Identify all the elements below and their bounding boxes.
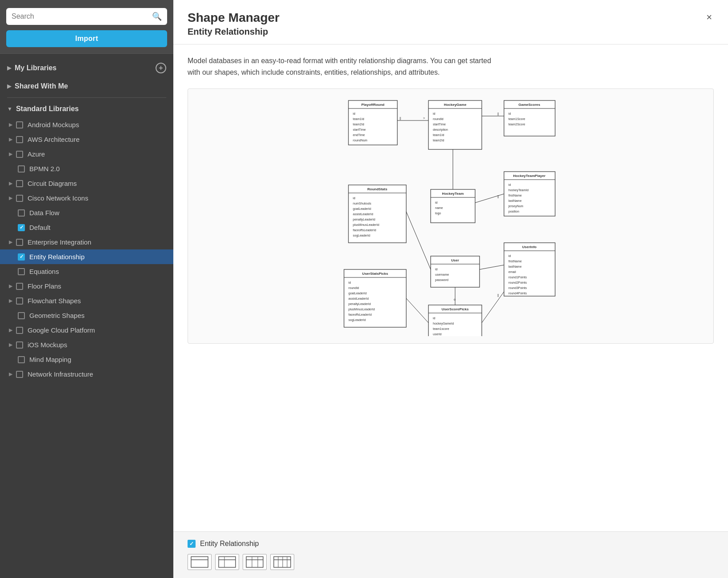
sidebar-item-data-flow[interactable]: Data Flow bbox=[0, 205, 173, 220]
footer-checkbox-label: Entity Relationship bbox=[200, 540, 259, 548]
ios-mockups-label: iOS Mockups bbox=[28, 341, 67, 349]
my-libraries-section[interactable]: ▶ My Libraries + bbox=[0, 58, 173, 78]
panel-title-area: Shape Manager Entity Relationship bbox=[188, 11, 280, 37]
search-box[interactable]: 🔍 bbox=[6, 8, 167, 25]
default-checkbox[interactable] bbox=[18, 224, 25, 231]
sidebar-item-circuit-diagrams[interactable]: ▶Circuit Diagrams bbox=[0, 176, 173, 191]
svg-text:UserInfo: UserInfo bbox=[522, 245, 537, 249]
equations-checkbox[interactable] bbox=[18, 268, 25, 275]
svg-text:hockeyTeamId: hockeyTeamId bbox=[508, 189, 528, 192]
svg-text:id: id bbox=[353, 197, 356, 200]
sidebar-item-enterprise-integration[interactable]: ▶Enterprise Integration bbox=[0, 235, 173, 249]
sidebar-item-google-cloud-platform[interactable]: ▶Google Cloud Platform bbox=[0, 323, 173, 337]
shape-icon-3 bbox=[243, 554, 267, 570]
my-libraries-arrow: ▶ bbox=[7, 65, 11, 71]
svg-text:team2Id: team2Id bbox=[433, 139, 444, 142]
svg-text:id: id bbox=[435, 201, 438, 204]
svg-text:UserScorePicks: UserScorePicks bbox=[442, 307, 469, 311]
svg-text:HockeyGame: HockeyGame bbox=[444, 103, 467, 107]
sidebar-item-network-infrastructure[interactable]: ▶Network Infrastructure bbox=[0, 367, 173, 381]
aws-architecture-checkbox[interactable] bbox=[16, 136, 23, 143]
sidebar-item-cisco-network-icons[interactable]: ▶Cisco Network Icons bbox=[0, 191, 173, 205]
svg-text:plusMinusLeaderId: plusMinusLeaderId bbox=[353, 223, 379, 227]
import-button[interactable]: Import bbox=[6, 30, 167, 47]
svg-text:logo: logo bbox=[435, 212, 441, 215]
footer-checkbox-row: Entity Relationship bbox=[188, 540, 714, 548]
android-mockups-checkbox[interactable] bbox=[16, 121, 23, 128]
footer-checkbox[interactable] bbox=[188, 540, 196, 548]
sidebar-item-azure[interactable]: ▶Azure bbox=[0, 147, 173, 161]
svg-line-75 bbox=[480, 265, 504, 269]
svg-text:position: position bbox=[508, 210, 519, 213]
ios-mockups-checkbox[interactable] bbox=[16, 341, 23, 349]
cisco-network-icons-checkbox[interactable] bbox=[16, 195, 23, 202]
sidebar-item-flowchart-shapes[interactable]: ▶Flowchart Shapes bbox=[0, 293, 173, 308]
svg-text:jerseyNum: jerseyNum bbox=[508, 205, 524, 208]
network-infrastructure-checkbox[interactable] bbox=[16, 371, 23, 378]
shared-with-me-section[interactable]: ▶ Shared With Me bbox=[0, 78, 173, 95]
flowchart-shapes-checkbox[interactable] bbox=[16, 297, 23, 305]
sidebar-item-floor-plans[interactable]: ▶Floor Plans bbox=[0, 279, 173, 293]
sidebar-item-default[interactable]: Default bbox=[0, 220, 173, 235]
mind-mapping-checkbox[interactable] bbox=[18, 356, 25, 363]
search-input[interactable] bbox=[12, 12, 152, 20]
sidebar-item-aws-architecture[interactable]: ▶AWS Architecture bbox=[0, 132, 173, 147]
svg-text:id: id bbox=[435, 268, 438, 271]
shape-svg-2 bbox=[218, 556, 236, 568]
svg-line-98 bbox=[482, 292, 504, 323]
svg-text:numShutouts: numShutouts bbox=[353, 202, 372, 205]
network-infrastructure-arrow: ▶ bbox=[9, 371, 12, 377]
sidebar-item-entity-relationship[interactable]: Entity Relationship bbox=[0, 249, 173, 264]
data-flow-label: Data Flow bbox=[29, 209, 60, 217]
svg-text:lastName: lastName bbox=[508, 199, 522, 202]
azure-checkbox[interactable] bbox=[16, 151, 23, 158]
android-mockups-label: Android Mockups bbox=[28, 121, 79, 128]
sidebar-item-bpmn-20[interactable]: BPMN 2.0 bbox=[0, 161, 173, 176]
geometric-shapes-checkbox[interactable] bbox=[18, 312, 25, 319]
svg-text:id: id bbox=[348, 281, 351, 284]
sidebar-item-mind-mapping[interactable]: Mind Mapping bbox=[0, 352, 173, 367]
svg-text:team1Id: team1Id bbox=[433, 133, 444, 136]
sidebar-item-ios-mockups[interactable]: ▶iOS Mockups bbox=[0, 337, 173, 352]
svg-text:sogLeaderId: sogLeaderId bbox=[353, 234, 370, 237]
entity-relationship-checkbox[interactable] bbox=[18, 253, 25, 261]
bpmn-20-checkbox[interactable] bbox=[18, 165, 25, 173]
svg-text:User: User bbox=[451, 258, 459, 262]
sidebar-item-equations[interactable]: Equations bbox=[0, 264, 173, 279]
svg-text:email: email bbox=[508, 270, 516, 273]
add-library-button[interactable]: + bbox=[156, 63, 166, 73]
floor-plans-checkbox[interactable] bbox=[16, 283, 23, 290]
svg-text:description: description bbox=[433, 128, 448, 132]
svg-text:userId: userId bbox=[433, 333, 442, 336]
circuit-diagrams-checkbox[interactable] bbox=[16, 180, 23, 187]
standard-libraries-section[interactable]: ▼ Standard Libraries bbox=[0, 100, 173, 117]
data-flow-checkbox[interactable] bbox=[18, 209, 25, 217]
diagram-preview: PlayoffRound id team1Id team2Id startTim… bbox=[188, 88, 714, 344]
panel-footer: Entity Relationship bbox=[173, 531, 728, 578]
svg-rect-100 bbox=[191, 557, 208, 567]
svg-text:||: || bbox=[497, 195, 499, 198]
svg-line-97 bbox=[406, 298, 428, 323]
sidebar-item-geometric-shapes[interactable]: Geometric Shapes bbox=[0, 308, 173, 323]
close-button[interactable]: × bbox=[704, 11, 714, 24]
svg-text:assistLeaderId: assistLeaderId bbox=[353, 213, 373, 216]
google-cloud-platform-label: Google Cloud Platform bbox=[28, 326, 95, 334]
sidebar-top: 🔍 Import bbox=[0, 0, 173, 54]
cisco-network-icons-label: Cisco Network Icons bbox=[28, 194, 88, 202]
svg-text:username: username bbox=[435, 273, 449, 276]
main-panel: Shape Manager Entity Relationship × Mode… bbox=[173, 0, 728, 578]
svg-text:id: id bbox=[508, 112, 511, 115]
svg-text:name: name bbox=[435, 206, 443, 209]
svg-rect-102 bbox=[219, 557, 236, 567]
svg-text:goalLeaderId: goalLeaderId bbox=[348, 292, 367, 295]
bpmn-20-label: BPMN 2.0 bbox=[29, 165, 60, 173]
svg-text:goalLeaderId: goalLeaderId bbox=[353, 207, 371, 211]
shape-icons-row bbox=[188, 554, 714, 570]
enterprise-integration-checkbox[interactable] bbox=[16, 239, 23, 246]
svg-text:roundId: roundId bbox=[348, 286, 359, 289]
google-cloud-platform-checkbox[interactable] bbox=[16, 327, 23, 334]
network-infrastructure-label: Network Infrastructure bbox=[28, 370, 93, 378]
svg-text:||: || bbox=[497, 112, 499, 116]
sidebar-item-android-mockups[interactable]: ▶Android Mockups bbox=[0, 117, 173, 132]
svg-text:UserStatsPicks: UserStatsPicks bbox=[362, 272, 388, 276]
